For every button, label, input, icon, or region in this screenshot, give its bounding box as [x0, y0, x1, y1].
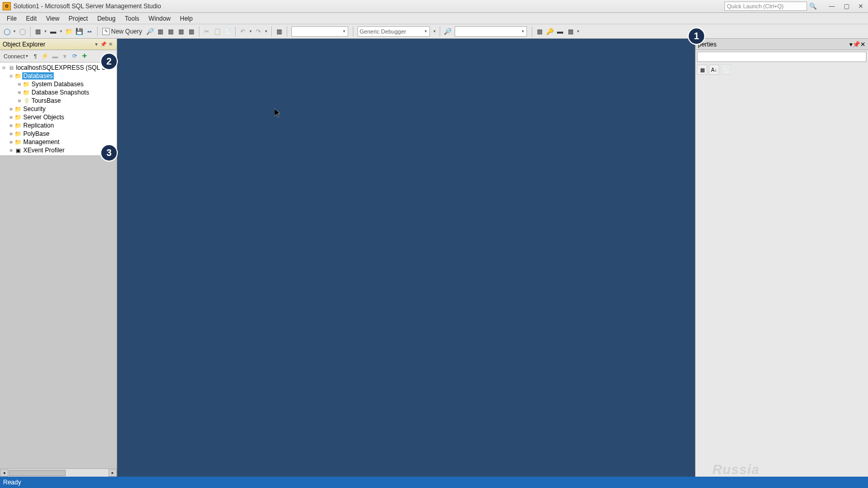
- save-button[interactable]: 💾: [74, 27, 84, 36]
- alphabetical-icon[interactable]: A↓: [709, 65, 719, 75]
- quick-launch-input[interactable]: Quick Launch (Ctrl+Q): [724, 2, 807, 11]
- search-icon[interactable]: 🔍: [809, 2, 817, 10]
- expand-icon[interactable]: ⊞: [17, 90, 22, 95]
- find-button[interactable]: 🔎: [443, 27, 452, 36]
- menu-window[interactable]: Window: [144, 13, 176, 24]
- tree-databases[interactable]: ⊟📁Databases: [0, 72, 117, 80]
- tree-snapshots[interactable]: ⊞📁Database Snapshots: [0, 88, 117, 97]
- expand-icon[interactable]: ⊞: [17, 82, 22, 87]
- scroll-right-icon[interactable]: ▸: [109, 469, 117, 477]
- object-explorer-panel: Object Explorer ▾ 📌 ✕ Connect▾ ¶ ⚡ ▬ ▼ ⟳…: [0, 39, 117, 477]
- toolbar-icon-3[interactable]: ▦: [166, 27, 175, 36]
- close-icon[interactable]: ✕: [860, 41, 865, 48]
- tree-management[interactable]: ⊞📁Management: [0, 138, 117, 146]
- collapse-icon[interactable]: ⊟: [1, 65, 7, 70]
- expand-icon[interactable]: ⊞: [8, 131, 14, 136]
- folder-icon: 📁: [14, 130, 22, 138]
- undo-dropdown[interactable]: ▾: [249, 29, 253, 34]
- collapse-icon[interactable]: ⊟: [8, 73, 14, 78]
- menu-project[interactable]: Project: [64, 13, 92, 24]
- properties-combo[interactable]: [697, 52, 866, 62]
- toolbar-grid-button[interactable]: ▦: [274, 27, 284, 36]
- tree-serverobj[interactable]: ⊞📁Server Objects: [0, 113, 117, 121]
- main-editor-area[interactable]: [117, 39, 695, 477]
- properties-panel: perties ▾ 📌 ✕ ▦ A↓ 📄: [695, 39, 868, 477]
- toolbar-icon-5[interactable]: ▦: [187, 27, 196, 36]
- open-dropdown[interactable]: ▾: [59, 29, 63, 34]
- solution-config-combo[interactable]: ▾: [291, 26, 348, 37]
- tree-xevent[interactable]: ⊞▣XEvent Profiler: [0, 146, 117, 154]
- expand-icon[interactable]: ⊞: [8, 115, 14, 120]
- save-all-button[interactable]: ▪▪: [85, 27, 94, 36]
- panel-dropdown-icon[interactable]: ▾: [92, 41, 100, 48]
- nav-back-button[interactable]: ◯: [2, 27, 11, 36]
- tree-server[interactable]: ⊟🖥localhost\SQLEXPRESS (SQL S: [0, 64, 117, 72]
- filter-icon[interactable]: ▼: [61, 52, 69, 60]
- close-button[interactable]: ✕: [854, 1, 868, 11]
- object-explorer-toolbar: Connect▾ ¶ ⚡ ▬ ▼ ⟳ ✚: [0, 50, 117, 62]
- redo-dropdown[interactable]: ▾: [264, 29, 268, 34]
- menu-help[interactable]: Help: [175, 13, 197, 24]
- tree-toursbase[interactable]: ⊞🛢ToursBase: [0, 97, 117, 105]
- new-item-button[interactable]: ▦: [33, 27, 42, 36]
- pin-icon[interactable]: 📌: [853, 41, 860, 48]
- expand-icon[interactable]: ⊞: [17, 98, 22, 103]
- expand-icon[interactable]: ⊞: [8, 106, 14, 112]
- nav-back-dropdown[interactable]: ▾: [12, 29, 17, 34]
- debugger-combo[interactable]: Generic Debugger▾: [358, 26, 430, 37]
- scroll-left-icon[interactable]: ◂: [0, 469, 8, 477]
- object-explorer-title: Object Explorer: [3, 41, 45, 48]
- categorized-icon[interactable]: ▦: [697, 65, 707, 75]
- folder-icon: 📁: [22, 80, 30, 88]
- menu-debug[interactable]: Debug: [92, 13, 120, 24]
- open-button[interactable]: ▬: [49, 27, 58, 36]
- connect-icon-2[interactable]: ⚡: [41, 52, 49, 60]
- tree-replication-label: Replication: [22, 122, 55, 129]
- menu-file[interactable]: File: [2, 13, 21, 24]
- xevent-icon: ▣: [14, 146, 22, 154]
- expand-icon[interactable]: ⊞: [8, 148, 14, 153]
- title-bar: ⚙ Solution1 - Microsoft SQL Server Manag…: [0, 0, 868, 13]
- folder-icon: 📁: [14, 113, 22, 121]
- toolbar-right-dropdown[interactable]: ▾: [576, 29, 580, 34]
- paste-button: 📄: [223, 27, 232, 36]
- connect-label: Connect: [4, 53, 25, 59]
- menu-bar: File Edit View Project Debug Tools Windo…: [0, 13, 868, 24]
- menu-view[interactable]: View: [41, 13, 64, 24]
- close-icon[interactable]: ✕: [107, 41, 114, 48]
- toolbar-right-4[interactable]: ▦: [566, 27, 575, 36]
- minimize-button[interactable]: —: [825, 1, 839, 11]
- plus-icon[interactable]: ✚: [81, 52, 88, 60]
- disconnect-icon[interactable]: ▬: [51, 52, 59, 60]
- new-query-button[interactable]: ✎ New Query: [100, 28, 144, 35]
- menu-tools[interactable]: Tools: [120, 13, 144, 24]
- scroll-thumb[interactable]: [9, 470, 66, 476]
- properties-header: perties ▾ 📌 ✕: [695, 39, 868, 50]
- pin-icon[interactable]: 📌: [100, 41, 107, 48]
- toolbar-right-3[interactable]: ▬: [555, 27, 565, 36]
- menu-edit[interactable]: Edit: [21, 13, 41, 24]
- open-file-button[interactable]: 📁: [64, 27, 73, 36]
- toolbar-icon-2[interactable]: ▦: [156, 27, 165, 36]
- toolbar-right-2[interactable]: 🔑: [545, 27, 554, 36]
- tree-polybase-label: PolyBase: [22, 130, 51, 137]
- tree-polybase[interactable]: ⊞📁PolyBase: [0, 130, 117, 138]
- tree-replication[interactable]: ⊞📁Replication: [0, 121, 117, 130]
- toolbar-right-1[interactable]: ▦: [535, 27, 544, 36]
- object-tree[interactable]: ⊟🖥localhost\SQLEXPRESS (SQL S ⊟📁Database…: [0, 62, 117, 156]
- toolbar-icon-4[interactable]: ▦: [176, 27, 185, 36]
- expand-icon[interactable]: ⊞: [8, 123, 14, 128]
- tree-security[interactable]: ⊞📁Security: [0, 105, 117, 113]
- find-combo[interactable]: ▾: [455, 26, 527, 37]
- tree-sysdb[interactable]: ⊞📁System Databases: [0, 80, 117, 88]
- refresh-icon[interactable]: ⟳: [71, 52, 79, 60]
- debugger-extra-dropdown[interactable]: ▾: [432, 29, 437, 34]
- expand-icon[interactable]: ⊞: [8, 139, 14, 145]
- horizontal-scrollbar[interactable]: ◂ ▸: [0, 468, 117, 477]
- toolbar-icon-1[interactable]: 🔎: [145, 27, 154, 36]
- connect-button[interactable]: Connect▾: [2, 52, 29, 60]
- maximize-button[interactable]: ▢: [839, 1, 854, 11]
- property-page-icon[interactable]: 📄: [721, 65, 731, 75]
- new-item-dropdown[interactable]: ▾: [43, 29, 48, 34]
- connect-icon-1[interactable]: ¶: [32, 52, 39, 60]
